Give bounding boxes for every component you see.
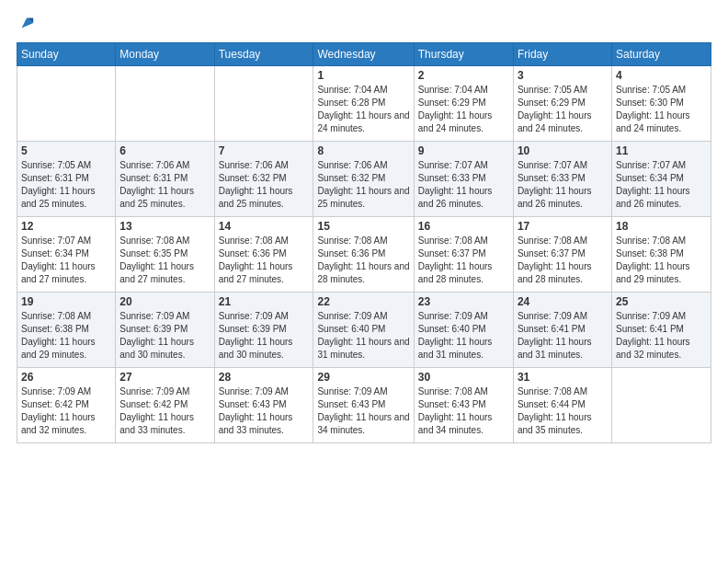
day-number: 7	[219, 144, 310, 157]
calendar-cell: 26Sunrise: 7:09 AM Sunset: 6:42 PM Dayli…	[17, 368, 116, 443]
day-number: 17	[518, 220, 608, 233]
calendar-cell: 20Sunrise: 7:09 AM Sunset: 6:39 PM Dayli…	[116, 293, 214, 368]
day-info: Sunrise: 7:08 AM Sunset: 6:36 PM Dayligh…	[317, 235, 409, 286]
day-info: Sunrise: 7:09 AM Sunset: 6:39 PM Dayligh…	[119, 310, 210, 362]
day-info: Sunrise: 7:08 AM Sunset: 6:37 PM Dayligh…	[518, 235, 608, 286]
day-info: Sunrise: 7:09 AM Sunset: 6:42 PM Dayligh…	[21, 385, 111, 437]
calendar-cell: 5Sunrise: 7:05 AM Sunset: 6:31 PM Daylig…	[17, 142, 116, 217]
day-number: 15	[317, 220, 409, 233]
calendar-cell: 6Sunrise: 7:06 AM Sunset: 6:31 PM Daylig…	[116, 142, 214, 217]
calendar-cell: 7Sunrise: 7:06 AM Sunset: 6:32 PM Daylig…	[214, 142, 313, 217]
day-info: Sunrise: 7:07 AM Sunset: 6:33 PM Dayligh…	[418, 159, 509, 211]
header	[17, 15, 711, 33]
day-number: 5	[21, 144, 111, 157]
calendar-table: SundayMondayTuesdayWednesdayThursdayFrid…	[17, 42, 711, 443]
day-number: 20	[119, 295, 210, 308]
calendar-week-row: 12Sunrise: 7:07 AM Sunset: 6:34 PM Dayli…	[17, 217, 711, 293]
day-number: 21	[219, 295, 310, 308]
day-number: 23	[418, 295, 509, 308]
calendar-cell: 28Sunrise: 7:09 AM Sunset: 6:43 PM Dayli…	[214, 368, 313, 443]
calendar-cell: 17Sunrise: 7:08 AM Sunset: 6:37 PM Dayli…	[513, 217, 611, 293]
day-number: 3	[518, 69, 608, 82]
weekday-header: Tuesday	[214, 43, 313, 66]
day-number: 10	[518, 144, 608, 157]
day-number: 19	[21, 295, 111, 308]
day-number: 16	[418, 220, 509, 233]
day-number: 8	[317, 144, 409, 157]
day-info: Sunrise: 7:08 AM Sunset: 6:35 PM Dayligh…	[119, 235, 210, 286]
day-number: 24	[518, 295, 608, 308]
day-number: 12	[21, 220, 111, 233]
day-number: 29	[317, 371, 409, 384]
day-info: Sunrise: 7:09 AM Sunset: 6:43 PM Dayligh…	[317, 385, 409, 437]
day-info: Sunrise: 7:08 AM Sunset: 6:38 PM Dayligh…	[21, 310, 111, 362]
day-info: Sunrise: 7:08 AM Sunset: 6:43 PM Dayligh…	[418, 385, 509, 437]
calendar-cell: 4Sunrise: 7:05 AM Sunset: 6:30 PM Daylig…	[612, 66, 711, 142]
day-info: Sunrise: 7:06 AM Sunset: 6:32 PM Dayligh…	[219, 159, 310, 211]
day-number: 4	[616, 69, 707, 82]
calendar-cell: 24Sunrise: 7:09 AM Sunset: 6:41 PM Dayli…	[513, 293, 611, 368]
day-number: 31	[518, 371, 608, 384]
calendar-week-row: 19Sunrise: 7:08 AM Sunset: 6:38 PM Dayli…	[17, 293, 711, 368]
calendar-cell: 19Sunrise: 7:08 AM Sunset: 6:38 PM Dayli…	[17, 293, 116, 368]
calendar-cell: 16Sunrise: 7:08 AM Sunset: 6:37 PM Dayli…	[414, 217, 513, 293]
day-info: Sunrise: 7:09 AM Sunset: 6:41 PM Dayligh…	[518, 310, 608, 362]
calendar-cell	[214, 66, 313, 142]
logo	[17, 15, 35, 33]
day-info: Sunrise: 7:07 AM Sunset: 6:34 PM Dayligh…	[21, 235, 111, 286]
day-number: 27	[119, 371, 210, 384]
calendar-cell: 29Sunrise: 7:09 AM Sunset: 6:43 PM Dayli…	[313, 368, 414, 443]
day-number: 9	[418, 144, 509, 157]
calendar-cell: 11Sunrise: 7:07 AM Sunset: 6:34 PM Dayli…	[612, 142, 711, 217]
calendar-cell: 15Sunrise: 7:08 AM Sunset: 6:36 PM Dayli…	[313, 217, 414, 293]
day-number: 26	[21, 371, 111, 384]
day-info: Sunrise: 7:06 AM Sunset: 6:32 PM Dayligh…	[317, 159, 409, 211]
day-number: 13	[119, 220, 210, 233]
calendar-cell: 3Sunrise: 7:05 AM Sunset: 6:29 PM Daylig…	[513, 66, 611, 142]
day-info: Sunrise: 7:08 AM Sunset: 6:38 PM Dayligh…	[616, 235, 707, 286]
day-info: Sunrise: 7:06 AM Sunset: 6:31 PM Dayligh…	[119, 159, 210, 211]
day-number: 11	[616, 144, 707, 157]
calendar-cell: 27Sunrise: 7:09 AM Sunset: 6:42 PM Dayli…	[116, 368, 214, 443]
day-info: Sunrise: 7:07 AM Sunset: 6:33 PM Dayligh…	[518, 159, 608, 211]
calendar-cell: 10Sunrise: 7:07 AM Sunset: 6:33 PM Dayli…	[513, 142, 611, 217]
calendar-cell: 12Sunrise: 7:07 AM Sunset: 6:34 PM Dayli…	[17, 217, 116, 293]
calendar-cell: 9Sunrise: 7:07 AM Sunset: 6:33 PM Daylig…	[414, 142, 513, 217]
calendar-cell	[17, 66, 116, 142]
day-info: Sunrise: 7:05 AM Sunset: 6:31 PM Dayligh…	[21, 159, 111, 211]
day-number: 6	[119, 144, 210, 157]
day-number: 28	[219, 371, 310, 384]
calendar-cell: 31Sunrise: 7:08 AM Sunset: 6:44 PM Dayli…	[513, 368, 611, 443]
day-info: Sunrise: 7:08 AM Sunset: 6:44 PM Dayligh…	[518, 385, 608, 437]
day-number: 18	[616, 220, 707, 233]
day-number: 30	[418, 371, 509, 384]
day-info: Sunrise: 7:09 AM Sunset: 6:42 PM Dayligh…	[119, 385, 210, 437]
calendar-cell: 23Sunrise: 7:09 AM Sunset: 6:40 PM Dayli…	[414, 293, 513, 368]
calendar-cell: 8Sunrise: 7:06 AM Sunset: 6:32 PM Daylig…	[313, 142, 414, 217]
day-number: 2	[418, 69, 509, 82]
day-info: Sunrise: 7:04 AM Sunset: 6:29 PM Dayligh…	[418, 84, 509, 135]
weekday-header: Monday	[116, 43, 214, 66]
day-number: 22	[317, 295, 409, 308]
day-number: 14	[219, 220, 310, 233]
day-number: 1	[317, 69, 409, 82]
calendar-cell: 13Sunrise: 7:08 AM Sunset: 6:35 PM Dayli…	[116, 217, 214, 293]
day-info: Sunrise: 7:09 AM Sunset: 6:40 PM Dayligh…	[317, 310, 409, 362]
weekday-header: Wednesday	[313, 43, 414, 66]
calendar-week-row: 26Sunrise: 7:09 AM Sunset: 6:42 PM Dayli…	[17, 368, 711, 443]
day-info: Sunrise: 7:07 AM Sunset: 6:34 PM Dayligh…	[616, 159, 707, 211]
calendar-week-row: 1Sunrise: 7:04 AM Sunset: 6:28 PM Daylig…	[17, 66, 711, 142]
day-info: Sunrise: 7:09 AM Sunset: 6:41 PM Dayligh…	[616, 310, 707, 362]
calendar-week-row: 5Sunrise: 7:05 AM Sunset: 6:31 PM Daylig…	[17, 142, 711, 217]
day-info: Sunrise: 7:09 AM Sunset: 6:39 PM Dayligh…	[219, 310, 310, 362]
calendar-cell: 2Sunrise: 7:04 AM Sunset: 6:29 PM Daylig…	[414, 66, 513, 142]
day-info: Sunrise: 7:05 AM Sunset: 6:30 PM Dayligh…	[616, 84, 707, 135]
day-info: Sunrise: 7:09 AM Sunset: 6:40 PM Dayligh…	[418, 310, 509, 362]
calendar-cell: 21Sunrise: 7:09 AM Sunset: 6:39 PM Dayli…	[214, 293, 313, 368]
day-info: Sunrise: 7:04 AM Sunset: 6:28 PM Dayligh…	[317, 84, 409, 135]
weekday-header-row: SundayMondayTuesdayWednesdayThursdayFrid…	[17, 43, 711, 66]
calendar-cell	[612, 368, 711, 443]
calendar-cell: 25Sunrise: 7:09 AM Sunset: 6:41 PM Dayli…	[612, 293, 711, 368]
calendar-cell	[116, 66, 214, 142]
calendar-cell: 14Sunrise: 7:08 AM Sunset: 6:36 PM Dayli…	[214, 217, 313, 293]
